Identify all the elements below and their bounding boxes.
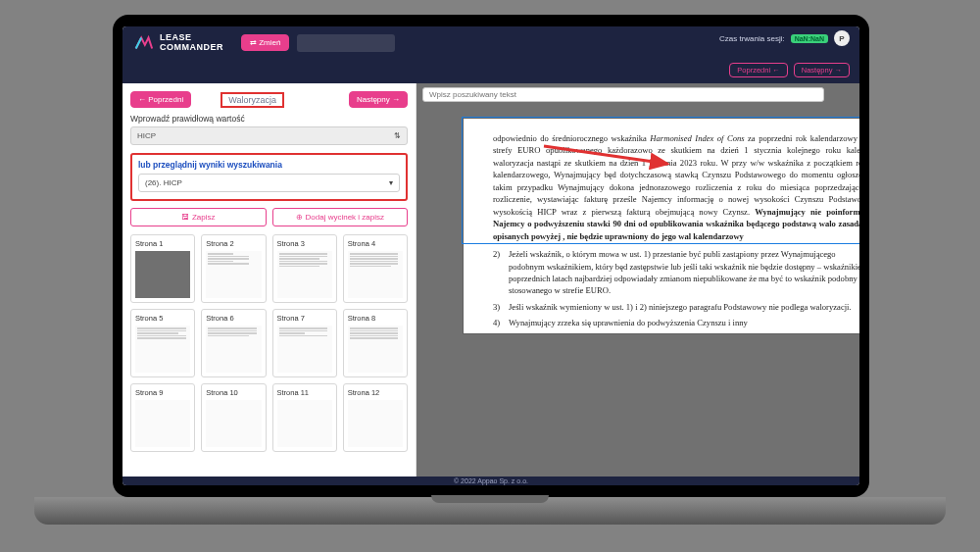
thumb-12[interactable]: Strona 12 — [343, 383, 408, 452]
thumb-11[interactable]: Strona 11 — [272, 383, 337, 452]
thumb-6[interactable]: Strona 6 — [201, 309, 266, 377]
thumb-label: Strona 12 — [348, 388, 403, 397]
thumb-1[interactable]: Strona 1 — [130, 234, 195, 303]
thumb-label: Strona 10 — [206, 388, 261, 397]
doc-text-cont: za poprzedni rok kalendarzowy dla strefy… — [493, 133, 859, 217]
value-select-text: HICP — [137, 131, 156, 140]
save-icon: 🖫 — [181, 213, 189, 222]
value-select[interactable]: HICP ⇅ — [130, 126, 408, 145]
nav-prev-button[interactable]: Poprzedni ← — [729, 63, 787, 77]
brand-line2: COMMANDER — [160, 43, 223, 53]
thumb-9[interactable]: Strona 9 — [130, 383, 195, 452]
thumb-label: Strona 5 — [135, 314, 190, 323]
search-results-title: lub przeglądnij wyniki wyszukiwania — [138, 160, 400, 170]
document-viewer: odpowiednio do średniorocznego wskaźnika… — [416, 83, 859, 485]
thumb-label: Strona 1 — [135, 239, 190, 248]
thumb-10[interactable]: Strona 10 — [201, 383, 266, 452]
result-dropdown-value: (26). HICP — [145, 178, 182, 187]
select-arrows-icon: ⇅ — [394, 131, 401, 140]
search-results-box: lub przeglądnij wyniki wyszukiwania (26)… — [130, 153, 408, 201]
step-title: Waloryzacja — [220, 92, 284, 108]
thumb-label: Strona 7 — [277, 314, 332, 323]
logo-icon — [132, 32, 154, 54]
document-page[interactable]: odpowiednio do średniorocznego wskaźnika… — [464, 119, 859, 333]
session-badge: NaN:NaN — [791, 34, 828, 43]
brand-logo: LEASE COMMANDER — [132, 32, 223, 54]
doc-li4: Wynajmujący zrzeka się uprawnienia do po… — [509, 318, 748, 327]
left-panel: ← Poprzedni Waloryzacja Następny → Wprow… — [122, 83, 416, 485]
thumb-label: Strona 9 — [135, 388, 190, 397]
doc-search[interactable] — [422, 87, 824, 102]
doc-li2: Jeżeli wskaźnik, o którym mowa w ust. 1)… — [509, 249, 859, 295]
save-button[interactable]: 🖫 Zapisz — [130, 208, 267, 226]
thumb-8[interactable]: Strona 8 — [343, 309, 408, 377]
plus-icon: ⊕ — [296, 213, 303, 222]
change-button[interactable]: ⇄ Zmień — [241, 34, 289, 51]
doc-text-italic: Harmonised Index of Cons — [650, 133, 744, 143]
page-thumbnails: Strona 1 Strona 2 Strona 3 Strona 4 Stro… — [130, 234, 408, 452]
prompt-label: Wprowadź prawidłową wartość — [130, 114, 408, 124]
doc-text: odpowiednio do średniorocznego wskaźnika — [493, 133, 650, 143]
result-dropdown[interactable]: (26). HICP ▾ — [138, 174, 400, 192]
thumb-4[interactable]: Strona 4 — [343, 234, 408, 303]
doc-li3: Jeśli wskaźnik wymieniony w ust. 1) i 2)… — [509, 302, 852, 312]
prev-step-button[interactable]: ← Poprzedni — [130, 91, 191, 108]
app-screen: LEASE COMMANDER ⇄ Zmień Czas trwania ses… — [122, 26, 859, 485]
add-label: Dodaj wycinek i zapisz — [306, 213, 384, 222]
avatar[interactable]: P — [834, 30, 850, 46]
next-step-button[interactable]: Następny → — [349, 91, 408, 108]
laptop-notch — [431, 495, 549, 503]
thumb-label: Strona 2 — [206, 239, 261, 248]
save-label: Zapisz — [192, 213, 216, 222]
thumb-label: Strona 4 — [348, 239, 403, 248]
thumb-2[interactable]: Strona 2 — [201, 234, 266, 303]
thumb-3[interactable]: Strona 3 — [272, 234, 337, 303]
thumb-label: Strona 11 — [277, 388, 332, 397]
topbar-selector[interactable] — [297, 34, 395, 52]
topbar: LEASE COMMANDER ⇄ Zmień Czas trwania ses… — [122, 26, 859, 83]
thumb-label: Strona 8 — [348, 314, 403, 323]
session-label: Czas trwania sesji: — [719, 34, 785, 43]
nav-next-button[interactable]: Następny → — [794, 63, 850, 77]
thumb-label: Strona 6 — [206, 314, 261, 323]
footer: © 2022 Appao Sp. z o.o. — [122, 477, 859, 485]
add-snippet-button[interactable]: ⊕ Dodaj wycinek i zapisz — [272, 208, 409, 226]
doc-search-input[interactable] — [429, 90, 823, 99]
thumb-7[interactable]: Strona 7 — [272, 309, 337, 377]
thumb-5[interactable]: Strona 5 — [130, 309, 195, 377]
thumb-label: Strona 3 — [277, 239, 332, 248]
chevron-down-icon: ▾ — [389, 178, 393, 187]
